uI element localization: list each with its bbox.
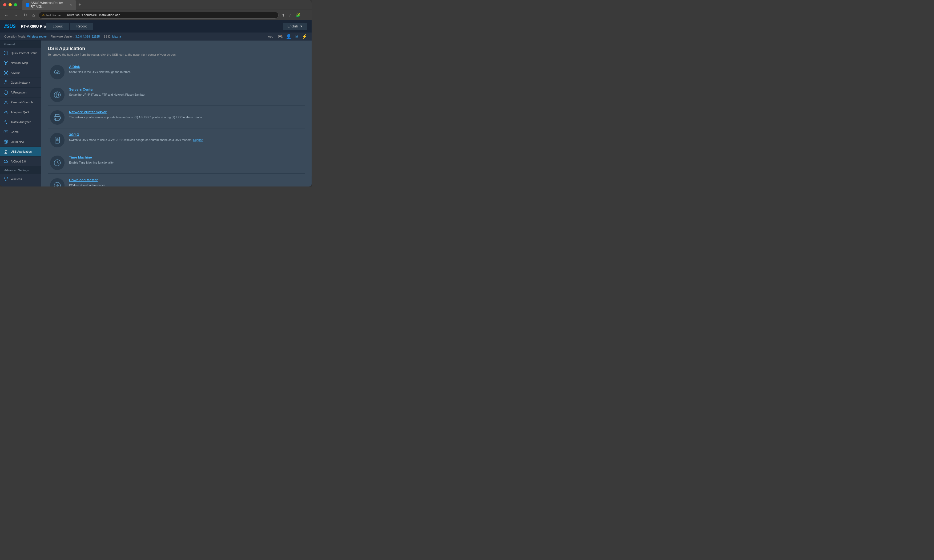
aidisk-title[interactable]: AiDisk	[69, 65, 303, 69]
feature-item-time-machine[interactable]: Time Machine Enable Time Machine functio…	[48, 152, 305, 174]
tab-bar: ASUS Wireless Router RT-AX8... ✕ +	[22, 0, 308, 10]
user-status-icon[interactable]: 👤	[286, 34, 291, 39]
forward-button[interactable]: →	[12, 12, 20, 18]
download-master-icon-circle	[50, 178, 65, 186]
sidebar-item-usb-application[interactable]: USB Application	[0, 147, 41, 157]
svg-point-27	[6, 180, 6, 181]
maximize-window-button[interactable]	[14, 3, 17, 6]
clock-rotate-icon	[54, 159, 61, 166]
sidebar-advanced-header: Advanced Settings	[0, 166, 41, 174]
cloud-upload-icon	[54, 68, 61, 76]
browser-toolbar: ← → ↻ ⌂ ⚠ Not Secure | router.asus.com/A…	[0, 9, 311, 20]
operation-mode-label: Operation Mode:	[4, 35, 26, 38]
sidebar-item-guest-network[interactable]: Guest Network	[0, 78, 41, 88]
more-button[interactable]: ⋮	[303, 12, 309, 18]
home-button[interactable]: ⌂	[31, 12, 37, 18]
quick-setup-icon	[3, 50, 9, 56]
aidisk-desc: Share files in the USB disk through the …	[69, 70, 303, 74]
extensions-button[interactable]: 🧩	[295, 12, 302, 18]
sidebar-item-quick-setup[interactable]: Quick Internet Setup	[0, 48, 41, 58]
logout-button[interactable]: Logout	[46, 23, 69, 30]
monitor-status-icon[interactable]: 🖥	[294, 34, 299, 39]
servers-center-icon-circle	[50, 88, 65, 102]
feature-item-download-master[interactable]: Download Master PC-free download manager…	[48, 175, 305, 186]
browser-window: ASUS Wireless Router RT-AX8... ✕ + ← → ↻…	[0, 0, 311, 186]
active-tab[interactable]: ASUS Wireless Router RT-AX8... ✕	[22, 0, 76, 10]
usb-status-icon[interactable]: ⚡	[302, 34, 307, 39]
router-app: /ISUS RT-AX86U Pro Logout Reboot English…	[0, 20, 311, 186]
address-bar[interactable]: ⚠ Not Secure | router.asus.com/APP_Insta…	[39, 12, 279, 18]
aidisk-info: AiDisk Share files in the USB disk throu…	[69, 65, 303, 74]
sidebar-item-open-nat[interactable]: Open NAT	[0, 137, 41, 147]
game-icon	[3, 129, 9, 135]
back-button[interactable]: ←	[3, 12, 10, 18]
svg-point-17	[5, 80, 7, 82]
download-master-desc: PC-free download manager	[69, 183, 303, 186]
network-printer-title[interactable]: Network Printer Server	[69, 110, 303, 114]
servers-center-title[interactable]: Servers Center	[69, 88, 303, 91]
3g4g-title[interactable]: 3G/4G	[69, 133, 303, 137]
adaptive-qos-icon	[3, 109, 9, 115]
download-master-title[interactable]: Download Master	[69, 178, 303, 182]
new-tab-button[interactable]: +	[77, 2, 83, 8]
sidebar-item-wireless[interactable]: Wireless	[0, 174, 41, 184]
aidisk-icon-circle	[50, 65, 65, 80]
time-machine-title[interactable]: Time Machine	[69, 155, 303, 159]
router-body: General Quick Internet Setup Network Map	[0, 40, 311, 186]
reboot-button[interactable]: Reboot	[70, 23, 94, 30]
ssid-value[interactable]: Mezha	[112, 35, 121, 38]
sidebar-item-aimesh[interactable]: AiMesh	[0, 68, 41, 78]
game-status-icon[interactable]: 🎮	[277, 34, 283, 39]
bookmark-button[interactable]: ☆	[288, 12, 293, 18]
operation-mode-value[interactable]: Wireless router	[27, 35, 47, 38]
aimesh-icon	[3, 70, 9, 75]
svg-rect-39	[55, 118, 59, 120]
guest-network-icon	[3, 80, 9, 85]
sidebar-item-label: Parental Controls	[11, 101, 33, 104]
svg-point-18	[5, 101, 6, 102]
sidebar-item-label: Quick Internet Setup	[11, 51, 37, 55]
sidebar-item-network-map[interactable]: Network Map	[0, 58, 41, 68]
sidebar-item-parental-controls[interactable]: Parental Controls	[0, 97, 41, 108]
feature-item-3g4g[interactable]: 3G/4G Switch to USB mode to use a 3G/4G …	[48, 129, 305, 151]
sidebar: General Quick Internet Setup Network Map	[0, 40, 41, 186]
share-button[interactable]: ⬆	[281, 12, 286, 18]
traffic-analyzer-icon	[3, 119, 9, 125]
sidebar-item-label: Open NAT	[11, 140, 24, 143]
reload-button[interactable]: ↻	[22, 11, 29, 18]
svg-rect-38	[55, 114, 59, 116]
router-model: RT-AX86U Pro	[21, 24, 46, 29]
separator: |	[64, 13, 65, 17]
time-machine-desc: Enable Time Machine functionality	[69, 160, 303, 165]
language-button[interactable]: English ▼	[283, 23, 307, 30]
minimize-window-button[interactable]	[9, 3, 12, 6]
time-machine-info: Time Machine Enable Time Machine functio…	[69, 155, 303, 165]
sidebar-item-aicloud[interactable]: AiCloud 2.0	[0, 157, 41, 166]
sidebar-item-label: AiProtection	[11, 91, 26, 94]
page-subtitle: To remove the hard disk from the router,…	[48, 53, 305, 56]
feature-item-network-printer[interactable]: Network Printer Server The network print…	[48, 107, 305, 128]
sidebar-item-label: Adaptive QoS	[11, 111, 29, 114]
security-icon: ⚠	[42, 13, 45, 17]
sidebar-item-adaptive-qos[interactable]: Adaptive QoS	[0, 108, 41, 117]
3g4g-support-link[interactable]: Support	[193, 138, 203, 142]
svg-rect-26	[5, 153, 7, 154]
wireless-icon	[3, 176, 9, 182]
3g4g-info: 3G/4G Switch to USB mode to use a 3G/4G …	[69, 133, 303, 142]
sidebar-item-traffic-analyzer[interactable]: Traffic Analyzer	[0, 117, 41, 127]
browser-titlebar: ASUS Wireless Router RT-AX8... ✕ +	[0, 0, 311, 9]
lan-icon	[3, 186, 9, 186]
sidebar-item-aiprotection[interactable]: AiProtection	[0, 88, 41, 97]
tab-favicon	[26, 3, 29, 7]
feature-item-aidisk[interactable]: AiDisk Share files in the USB disk throu…	[48, 62, 305, 83]
tab-title: ASUS Wireless Router RT-AX8...	[31, 1, 68, 9]
sidebar-item-lan[interactable]: LAN	[0, 184, 41, 186]
download-master-info: Download Master PC-free download manager…	[69, 178, 303, 186]
feature-item-servers-center[interactable]: Servers Center Setup the UPnP, iTunes, F…	[48, 84, 305, 106]
printer-icon	[54, 114, 61, 121]
close-window-button[interactable]	[3, 3, 6, 6]
sidebar-item-game[interactable]: Game	[0, 127, 41, 137]
open-nat-icon	[3, 139, 9, 145]
firmware-value[interactable]: 3.0.0.4.388_22525	[76, 35, 100, 38]
tab-close-button[interactable]: ✕	[69, 3, 72, 7]
